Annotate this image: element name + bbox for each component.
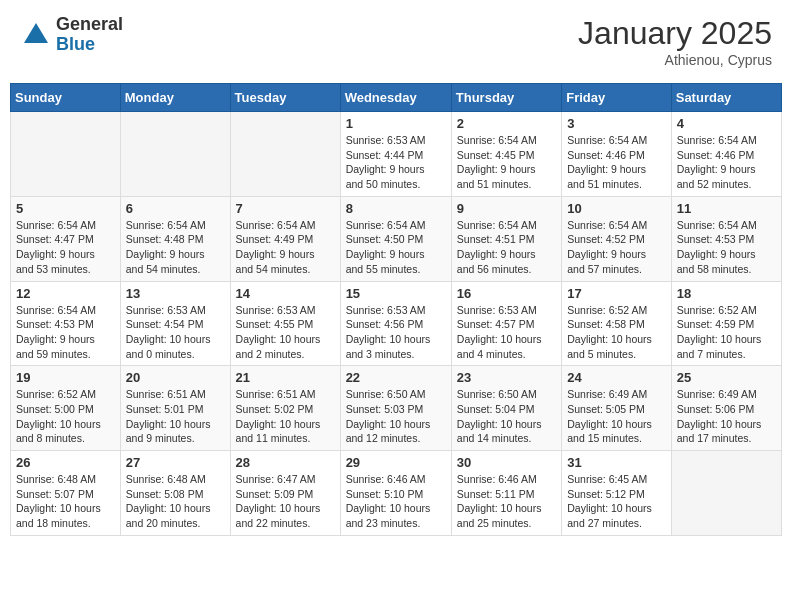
calendar-cell: 17Sunrise: 6:52 AM Sunset: 4:58 PM Dayli…: [562, 281, 672, 366]
day-info: Sunrise: 6:54 AM Sunset: 4:45 PM Dayligh…: [457, 133, 556, 192]
day-info: Sunrise: 6:52 AM Sunset: 4:59 PM Dayligh…: [677, 303, 776, 362]
col-header-sunday: Sunday: [11, 84, 121, 112]
calendar-cell: 2Sunrise: 6:54 AM Sunset: 4:45 PM Daylig…: [451, 112, 561, 197]
day-info: Sunrise: 6:50 AM Sunset: 5:03 PM Dayligh…: [346, 387, 446, 446]
calendar-cell: 7Sunrise: 6:54 AM Sunset: 4:49 PM Daylig…: [230, 196, 340, 281]
col-header-saturday: Saturday: [671, 84, 781, 112]
day-info: Sunrise: 6:51 AM Sunset: 5:02 PM Dayligh…: [236, 387, 335, 446]
calendar-cell: [11, 112, 121, 197]
day-number: 1: [346, 116, 446, 131]
calendar-cell: 20Sunrise: 6:51 AM Sunset: 5:01 PM Dayli…: [120, 366, 230, 451]
calendar-cell: 26Sunrise: 6:48 AM Sunset: 5:07 PM Dayli…: [11, 451, 121, 536]
calendar-cell: 21Sunrise: 6:51 AM Sunset: 5:02 PM Dayli…: [230, 366, 340, 451]
calendar-cell: 16Sunrise: 6:53 AM Sunset: 4:57 PM Dayli…: [451, 281, 561, 366]
location: Athienou, Cyprus: [578, 52, 772, 68]
calendar-week-row: 26Sunrise: 6:48 AM Sunset: 5:07 PM Dayli…: [11, 451, 782, 536]
day-number: 28: [236, 455, 335, 470]
col-header-friday: Friday: [562, 84, 672, 112]
day-info: Sunrise: 6:47 AM Sunset: 5:09 PM Dayligh…: [236, 472, 335, 531]
day-info: Sunrise: 6:51 AM Sunset: 5:01 PM Dayligh…: [126, 387, 225, 446]
calendar-cell: [230, 112, 340, 197]
day-number: 11: [677, 201, 776, 216]
day-number: 25: [677, 370, 776, 385]
col-header-monday: Monday: [120, 84, 230, 112]
day-number: 4: [677, 116, 776, 131]
calendar-cell: 1Sunrise: 6:53 AM Sunset: 4:44 PM Daylig…: [340, 112, 451, 197]
logo-icon: [20, 19, 52, 51]
calendar-cell: 23Sunrise: 6:50 AM Sunset: 5:04 PM Dayli…: [451, 366, 561, 451]
logo-blue-text: Blue: [56, 35, 123, 55]
day-info: Sunrise: 6:54 AM Sunset: 4:47 PM Dayligh…: [16, 218, 115, 277]
day-info: Sunrise: 6:48 AM Sunset: 5:07 PM Dayligh…: [16, 472, 115, 531]
calendar-cell: 15Sunrise: 6:53 AM Sunset: 4:56 PM Dayli…: [340, 281, 451, 366]
day-number: 18: [677, 286, 776, 301]
calendar-cell: 12Sunrise: 6:54 AM Sunset: 4:53 PM Dayli…: [11, 281, 121, 366]
day-info: Sunrise: 6:54 AM Sunset: 4:53 PM Dayligh…: [677, 218, 776, 277]
month-title: January 2025: [578, 15, 772, 52]
day-number: 6: [126, 201, 225, 216]
day-number: 26: [16, 455, 115, 470]
calendar-week-row: 12Sunrise: 6:54 AM Sunset: 4:53 PM Dayli…: [11, 281, 782, 366]
day-info: Sunrise: 6:53 AM Sunset: 4:57 PM Dayligh…: [457, 303, 556, 362]
day-number: 16: [457, 286, 556, 301]
day-number: 19: [16, 370, 115, 385]
calendar-cell: 24Sunrise: 6:49 AM Sunset: 5:05 PM Dayli…: [562, 366, 672, 451]
day-number: 3: [567, 116, 666, 131]
calendar-cell: 22Sunrise: 6:50 AM Sunset: 5:03 PM Dayli…: [340, 366, 451, 451]
calendar-cell: 3Sunrise: 6:54 AM Sunset: 4:46 PM Daylig…: [562, 112, 672, 197]
day-number: 29: [346, 455, 446, 470]
calendar-header-row: SundayMondayTuesdayWednesdayThursdayFrid…: [11, 84, 782, 112]
calendar-week-row: 1Sunrise: 6:53 AM Sunset: 4:44 PM Daylig…: [11, 112, 782, 197]
col-header-thursday: Thursday: [451, 84, 561, 112]
calendar-cell: 31Sunrise: 6:45 AM Sunset: 5:12 PM Dayli…: [562, 451, 672, 536]
calendar-cell: [120, 112, 230, 197]
day-number: 9: [457, 201, 556, 216]
calendar-cell: 29Sunrise: 6:46 AM Sunset: 5:10 PM Dayli…: [340, 451, 451, 536]
day-info: Sunrise: 6:52 AM Sunset: 5:00 PM Dayligh…: [16, 387, 115, 446]
day-info: Sunrise: 6:53 AM Sunset: 4:44 PM Dayligh…: [346, 133, 446, 192]
calendar-cell: 8Sunrise: 6:54 AM Sunset: 4:50 PM Daylig…: [340, 196, 451, 281]
calendar-cell: 18Sunrise: 6:52 AM Sunset: 4:59 PM Dayli…: [671, 281, 781, 366]
day-info: Sunrise: 6:52 AM Sunset: 4:58 PM Dayligh…: [567, 303, 666, 362]
calendar-week-row: 5Sunrise: 6:54 AM Sunset: 4:47 PM Daylig…: [11, 196, 782, 281]
day-number: 20: [126, 370, 225, 385]
calendar-cell: [671, 451, 781, 536]
day-info: Sunrise: 6:46 AM Sunset: 5:11 PM Dayligh…: [457, 472, 556, 531]
day-info: Sunrise: 6:54 AM Sunset: 4:46 PM Dayligh…: [677, 133, 776, 192]
day-info: Sunrise: 6:45 AM Sunset: 5:12 PM Dayligh…: [567, 472, 666, 531]
day-info: Sunrise: 6:54 AM Sunset: 4:52 PM Dayligh…: [567, 218, 666, 277]
day-info: Sunrise: 6:54 AM Sunset: 4:53 PM Dayligh…: [16, 303, 115, 362]
day-info: Sunrise: 6:53 AM Sunset: 4:55 PM Dayligh…: [236, 303, 335, 362]
calendar-cell: 25Sunrise: 6:49 AM Sunset: 5:06 PM Dayli…: [671, 366, 781, 451]
day-number: 10: [567, 201, 666, 216]
col-header-tuesday: Tuesday: [230, 84, 340, 112]
day-info: Sunrise: 6:54 AM Sunset: 4:50 PM Dayligh…: [346, 218, 446, 277]
day-info: Sunrise: 6:54 AM Sunset: 4:48 PM Dayligh…: [126, 218, 225, 277]
day-info: Sunrise: 6:49 AM Sunset: 5:05 PM Dayligh…: [567, 387, 666, 446]
day-info: Sunrise: 6:49 AM Sunset: 5:06 PM Dayligh…: [677, 387, 776, 446]
calendar-cell: 6Sunrise: 6:54 AM Sunset: 4:48 PM Daylig…: [120, 196, 230, 281]
calendar-cell: 19Sunrise: 6:52 AM Sunset: 5:00 PM Dayli…: [11, 366, 121, 451]
calendar-cell: 11Sunrise: 6:54 AM Sunset: 4:53 PM Dayli…: [671, 196, 781, 281]
day-info: Sunrise: 6:54 AM Sunset: 4:46 PM Dayligh…: [567, 133, 666, 192]
day-number: 7: [236, 201, 335, 216]
day-number: 27: [126, 455, 225, 470]
calendar-cell: 5Sunrise: 6:54 AM Sunset: 4:47 PM Daylig…: [11, 196, 121, 281]
logo: General Blue: [20, 15, 123, 55]
calendar-cell: 10Sunrise: 6:54 AM Sunset: 4:52 PM Dayli…: [562, 196, 672, 281]
calendar-table: SundayMondayTuesdayWednesdayThursdayFrid…: [10, 83, 782, 536]
day-number: 8: [346, 201, 446, 216]
day-number: 15: [346, 286, 446, 301]
day-info: Sunrise: 6:46 AM Sunset: 5:10 PM Dayligh…: [346, 472, 446, 531]
page-header: General Blue January 2025 Athienou, Cypr…: [10, 10, 782, 73]
day-info: Sunrise: 6:53 AM Sunset: 4:56 PM Dayligh…: [346, 303, 446, 362]
calendar-cell: 4Sunrise: 6:54 AM Sunset: 4:46 PM Daylig…: [671, 112, 781, 197]
day-number: 13: [126, 286, 225, 301]
calendar-cell: 28Sunrise: 6:47 AM Sunset: 5:09 PM Dayli…: [230, 451, 340, 536]
day-info: Sunrise: 6:50 AM Sunset: 5:04 PM Dayligh…: [457, 387, 556, 446]
svg-marker-0: [24, 23, 48, 43]
day-info: Sunrise: 6:53 AM Sunset: 4:54 PM Dayligh…: [126, 303, 225, 362]
day-number: 23: [457, 370, 556, 385]
day-number: 12: [16, 286, 115, 301]
day-number: 14: [236, 286, 335, 301]
